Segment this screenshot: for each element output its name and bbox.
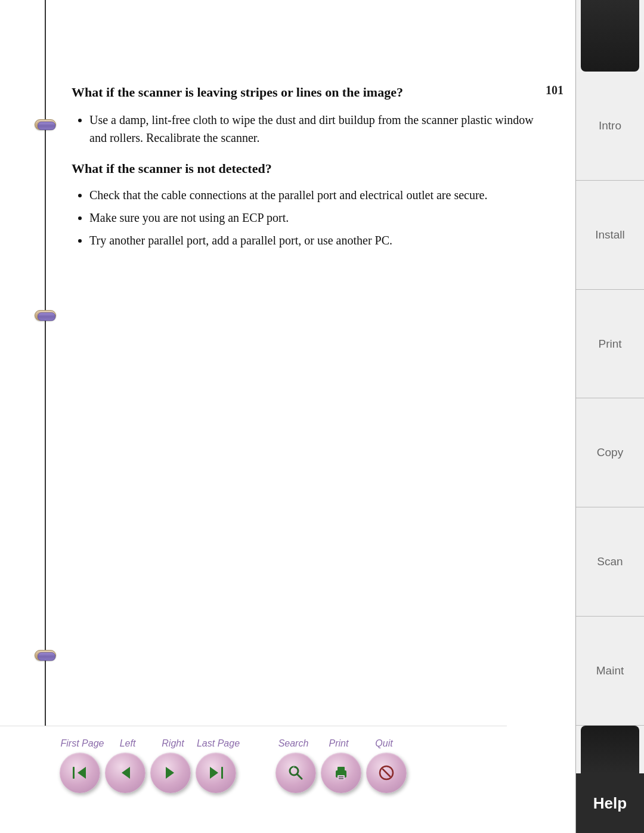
sidebar-item-maint[interactable]: Maint	[576, 617, 644, 726]
sidebar-label-print: Print	[598, 337, 621, 351]
ring-bottom	[35, 650, 56, 661]
quit-button[interactable]	[366, 753, 407, 793]
sidebar-help-label: Help	[593, 794, 627, 813]
label-last: Last Page	[196, 738, 241, 749]
svg-marker-2	[122, 767, 130, 779]
label-right: Right	[150, 738, 196, 749]
left-button[interactable]	[105, 753, 145, 793]
svg-marker-5	[210, 767, 218, 779]
label-print: Print	[316, 738, 361, 749]
label-search: Search	[271, 738, 316, 749]
sidebar-label-intro: Intro	[599, 119, 621, 132]
sidebar-item-copy[interactable]: Copy	[576, 398, 644, 507]
sidebar-label-install: Install	[595, 228, 625, 241]
search-button[interactable]	[275, 753, 316, 793]
main-content: What if the scanner is leaving stripes o…	[72, 83, 540, 249]
content-area: 101 What if the scanner is leaving strip…	[0, 0, 575, 833]
sidebar-item-intro[interactable]: Intro	[576, 72, 644, 181]
section1-bullet-list: Use a damp, lint-free cloth to wipe the …	[89, 111, 540, 147]
svg-marker-1	[78, 767, 86, 779]
sidebar: Intro Install Print Copy Scan Maint Help	[575, 0, 644, 833]
svg-rect-10	[338, 767, 345, 772]
sidebar-item-scan[interactable]: Scan	[576, 507, 644, 617]
sidebar-top-cap	[581, 0, 639, 72]
right-button[interactable]	[150, 753, 191, 793]
sidebar-item-print[interactable]: Print	[576, 290, 644, 399]
svg-rect-11	[338, 775, 345, 780]
ring-middle	[35, 310, 56, 321]
section1-heading: What if the scanner is leaving stripes o…	[72, 83, 540, 101]
section2-bullet-list: Check that the cable connections at the …	[89, 186, 540, 249]
nav-labels-row: First Page Left Right Last Page Search P…	[60, 738, 407, 749]
label-left: Left	[105, 738, 150, 749]
page-number: 101	[546, 83, 564, 97]
svg-rect-0	[73, 767, 75, 779]
svg-rect-13	[339, 778, 343, 779]
sidebar-label-scan: Scan	[597, 555, 623, 568]
bullet-2-3: Try another parallel port, add a paralle…	[89, 231, 540, 249]
sidebar-label-maint: Maint	[596, 664, 624, 677]
ring-top	[35, 119, 56, 130]
page-container: 101 What if the scanner is leaving strip…	[0, 0, 644, 833]
bullet-2-2: Make sure you are not using an ECP port.	[89, 209, 540, 227]
svg-marker-3	[166, 767, 174, 779]
label-quit: Quit	[361, 738, 407, 749]
sidebar-bottom-cap	[581, 726, 639, 773]
section2-heading: What if the scanner is not detected?	[72, 161, 540, 176]
bottom-nav: First Page Left Right Last Page Search P…	[0, 726, 507, 833]
svg-line-7	[297, 774, 302, 779]
sidebar-item-install[interactable]: Install	[576, 181, 644, 290]
last-page-button[interactable]	[196, 753, 236, 793]
svg-line-15	[383, 769, 390, 776]
sidebar-label-copy: Copy	[597, 446, 623, 459]
bullet-1-1: Use a damp, lint-free cloth to wipe the …	[89, 111, 540, 147]
svg-rect-12	[339, 776, 343, 778]
sidebar-items: Intro Install Print Copy Scan Maint	[576, 72, 644, 726]
print-button[interactable]	[321, 753, 361, 793]
first-page-button[interactable]	[60, 753, 100, 793]
svg-rect-4	[221, 767, 223, 779]
nav-buttons-row	[60, 753, 407, 793]
bullet-2-1: Check that the cable connections at the …	[89, 186, 540, 204]
sidebar-help-button[interactable]: Help	[576, 773, 644, 833]
label-first: First Page	[60, 738, 105, 749]
